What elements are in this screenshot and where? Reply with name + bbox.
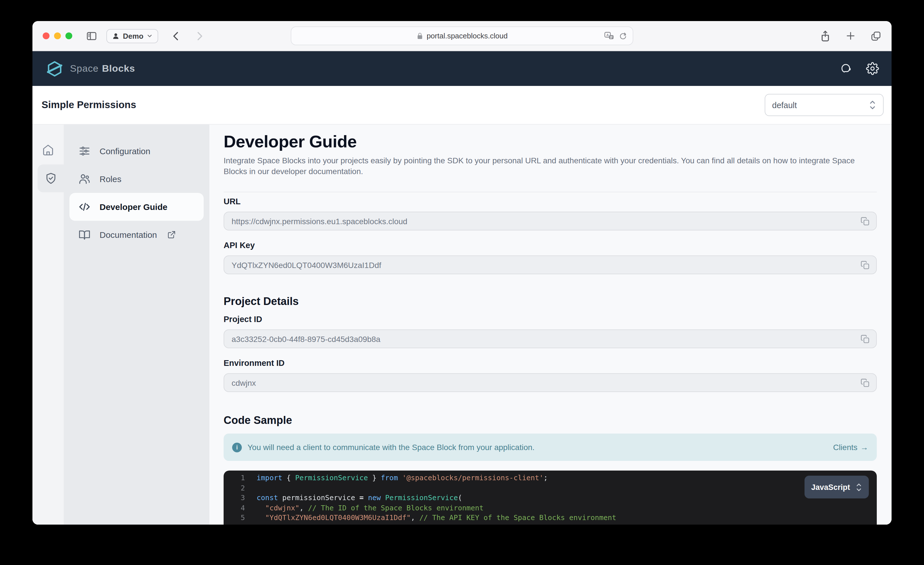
code-line: 1import { PermissionService } from '@spa… xyxy=(224,473,877,483)
close-window-button[interactable] xyxy=(43,33,50,39)
url-text: portal.spaceblocks.cloud xyxy=(427,31,508,40)
product-rail xyxy=(32,124,64,525)
browser-chrome: Demo port xyxy=(32,21,892,51)
profile-button[interactable]: Demo xyxy=(106,29,158,43)
info-banner-text: You will need a client to communicate wi… xyxy=(248,443,534,452)
sidebar-toggle-icon[interactable] xyxy=(86,30,97,42)
app-body: Configuration Roles xyxy=(32,124,892,525)
content-title: Developer Guide xyxy=(224,132,877,151)
copy-icon[interactable] xyxy=(860,334,870,344)
url-label: URL xyxy=(224,197,877,207)
nav-arrows xyxy=(171,30,205,41)
svg-text:A: A xyxy=(606,33,609,37)
browser-window: Demo port xyxy=(32,21,892,525)
spaceblocks-logo[interactable]: Space Blocks xyxy=(45,60,135,77)
minimize-window-button[interactable] xyxy=(54,33,61,39)
new-tab-icon[interactable] xyxy=(846,31,856,41)
lock-icon xyxy=(417,32,423,40)
code-line: 4 "cdwjnx", // The ID of the Space Block… xyxy=(224,503,877,513)
copy-icon[interactable] xyxy=(860,378,870,388)
home-icon xyxy=(42,144,54,156)
page-toolbar: Simple Permissions default xyxy=(32,86,892,124)
sidebar-item-label: Roles xyxy=(100,174,122,184)
arrow-right-icon: → xyxy=(860,443,868,452)
users-icon xyxy=(78,173,90,185)
code-line: 6 { xyxy=(224,523,877,525)
reload-icon[interactable] xyxy=(619,32,627,40)
header-actions xyxy=(839,62,879,75)
address-bar-tools: A xyxy=(604,27,627,45)
chevron-up-down-icon xyxy=(869,100,876,110)
section-nav: Configuration Roles xyxy=(64,124,209,525)
language-select-value: JavaScript xyxy=(811,483,850,491)
chevron-down-icon xyxy=(147,33,153,39)
info-banner: i You will need a client to communicate … xyxy=(224,433,877,461)
profile-label: Demo xyxy=(123,31,143,40)
support-headset-icon[interactable] xyxy=(839,62,852,75)
environment-id-label: Environment ID xyxy=(224,358,877,368)
sidebar-item-developer-guide[interactable]: Developer Guide xyxy=(69,193,204,221)
spaceblocks-logo-icon xyxy=(45,60,64,77)
page-title: Simple Permissions xyxy=(42,99,136,111)
sidebar-item-roles[interactable]: Roles xyxy=(69,165,204,193)
copy-icon[interactable] xyxy=(860,216,870,226)
api-key-label: API Key xyxy=(224,241,877,250)
content-description: Integrate Space Blocks into your project… xyxy=(224,155,877,176)
environment-id-field[interactable]: cdwjnx xyxy=(224,373,877,392)
copy-icon[interactable] xyxy=(860,260,870,270)
screen: Demo port xyxy=(0,0,924,565)
code-sample-heading: Code Sample xyxy=(224,414,877,427)
sidebar-item-configuration[interactable]: Configuration xyxy=(69,137,204,165)
chevron-up-down-icon xyxy=(856,483,862,491)
code-icon xyxy=(78,201,90,213)
rail-item-home[interactable] xyxy=(32,136,64,163)
main-content: Developer Guide Integrate Space Blocks i… xyxy=(209,124,892,525)
zoom-window-button[interactable] xyxy=(65,33,72,39)
address-bar[interactable]: portal.spaceblocks.cloud A xyxy=(291,27,633,45)
code-lines: 1import { PermissionService } from '@spa… xyxy=(224,473,877,525)
code-line: 5 "YdQTlxZYN6ed0LQT0400W3M6UzaI1Ddf", //… xyxy=(224,513,877,523)
url-field[interactable]: https://cdwjnx.permissions.eu1.spacebloc… xyxy=(224,212,877,231)
share-icon[interactable] xyxy=(820,30,831,42)
project-id-label: Project ID xyxy=(224,315,877,324)
app-header: Space Blocks xyxy=(32,51,892,86)
code-line: 3const permissionService = new Permissio… xyxy=(224,493,877,503)
environment-id-field-value: cdwjnx xyxy=(232,378,256,387)
user-icon xyxy=(112,32,120,39)
language-select[interactable]: JavaScript xyxy=(804,476,869,498)
window-controls xyxy=(43,33,72,39)
sidebar-item-documentation[interactable]: Documentation xyxy=(69,221,204,249)
project-id-field[interactable]: a3c33252-0cb0-44f8-8975-cd45d3a09b8a xyxy=(224,330,877,348)
rail-item-permissions[interactable] xyxy=(38,165,64,192)
external-link-icon xyxy=(167,231,176,239)
back-icon[interactable] xyxy=(171,30,182,41)
api-key-field[interactable]: YdQTlxZYN6ed0LQT0400W3M6UzaI1Ddf xyxy=(224,255,877,274)
info-icon: i xyxy=(232,442,242,452)
chrome-right-tools xyxy=(820,30,881,42)
clients-link-label: Clients xyxy=(833,443,857,452)
code-sample-block: 1import { PermissionService } from '@spa… xyxy=(224,471,877,525)
shield-check-icon xyxy=(45,172,57,184)
book-icon xyxy=(78,229,90,241)
sidebar-item-label: Configuration xyxy=(100,146,150,156)
gear-icon[interactable] xyxy=(866,62,879,75)
sliders-icon xyxy=(78,145,90,157)
clients-link[interactable]: Clients → xyxy=(833,443,868,452)
code-line: 2 xyxy=(224,483,877,493)
forward-icon[interactable] xyxy=(194,30,205,41)
sidebar-item-label: Documentation xyxy=(100,230,157,240)
brand-blocks: Blocks xyxy=(102,63,135,74)
tabs-overview-icon[interactable] xyxy=(870,30,881,41)
section-divider xyxy=(224,192,877,192)
environment-select-value: default xyxy=(772,100,797,109)
translate-icon[interactable]: A xyxy=(604,31,614,40)
brand-space: Space xyxy=(70,63,98,74)
sidebar-item-label: Developer Guide xyxy=(100,202,167,212)
project-id-field-value: a3c33252-0cb0-44f8-8975-cd45d3a09b8a xyxy=(232,334,380,343)
project-details-heading: Project Details xyxy=(224,295,877,308)
url-field-value: https://cdwjnx.permissions.eu1.spacebloc… xyxy=(232,216,407,226)
environment-select[interactable]: default xyxy=(765,94,884,116)
api-key-field-value: YdQTlxZYN6ed0LQT0400W3M6UzaI1Ddf xyxy=(232,260,381,270)
